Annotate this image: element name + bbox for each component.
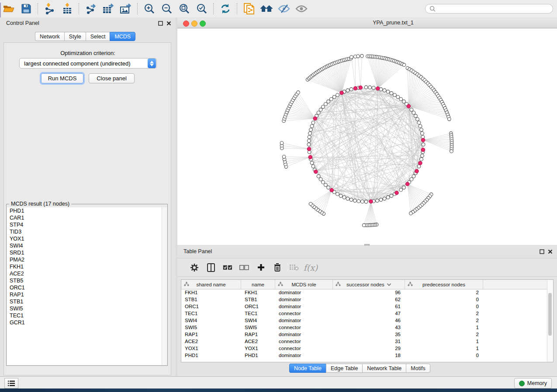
column-header-predecessor-nodes[interactable]: predecessor nodes [405,280,483,289]
column-header-filler [483,280,547,289]
home-network-icon[interactable] [259,2,274,15]
table-cell: TEC1 [181,310,241,317]
create-column-icon[interactable] [253,260,269,275]
column-header-name[interactable]: name [241,280,275,289]
import-table-icon[interactable] [60,2,75,15]
criterion-select[interactable]: largest connected component (undirected) [19,58,157,69]
zoom-in-icon[interactable] [142,2,157,15]
network-graph[interactable] [177,28,557,245]
run-mcds-button[interactable]: Run MCDS [41,73,83,83]
tab-edge-table[interactable]: Edge Table [326,364,362,373]
table-cell: ACE2 [181,338,241,345]
table-settings-gear-icon[interactable] [186,260,203,275]
tab-node-table[interactable]: Node Table [289,364,326,373]
zoom-selected-icon[interactable] [194,2,209,15]
table-row[interactable]: YOX1YOX1connector291 [181,345,547,352]
mcds-result-item[interactable]: CAR1 [7,214,167,221]
hide-eye-icon[interactable] [277,2,291,15]
mcds-result-item[interactable]: PMA2 [7,256,167,263]
table-cell: 46 [333,317,405,324]
table-cell: 29 [333,345,405,352]
deselect-all-icon[interactable] [236,260,253,275]
close-panel-icon[interactable] [548,249,553,254]
zoom-out-icon[interactable] [159,2,174,15]
mcds-result-item[interactable]: YOX1 [7,235,167,242]
search-icon [429,6,436,12]
mcds-result-item[interactable]: RAP1 [7,291,167,298]
mcds-result-item[interactable]: STB1 [7,298,167,305]
clone-document-icon[interactable] [242,2,256,15]
criterion-selected-value: largest connected component (undirected) [20,60,148,67]
tab-select[interactable]: Select [86,32,110,41]
scrollbar-thumb[interactable] [548,293,552,336]
table-cell: STB1 [181,296,241,303]
table-header-row: shared namenameMCDS rolesuccessor nodesp… [181,280,547,289]
table-cell: dominator [275,331,333,338]
control-panel-title: Control Panel [6,20,39,26]
table-cell: PHD1 [181,352,241,359]
tab-style[interactable]: Style [64,32,86,41]
mcds-result-item[interactable]: FKH1 [7,263,167,270]
table-row[interactable]: SWI5SWI5connector431 [181,324,547,331]
mcds-result-item[interactable]: STB5 [7,277,167,284]
search-input[interactable] [438,5,553,12]
mcds-result-item[interactable]: TID3 [7,228,167,235]
table-row[interactable]: PHD1PHD1dominator180 [181,352,547,359]
table-scrollbar[interactable] [547,280,553,362]
table-row[interactable]: TEC1TEC1connector472 [181,310,547,317]
menu-button[interactable] [4,378,18,389]
mcds-result-item[interactable]: SRD1 [7,249,167,256]
mcds-result-item[interactable]: ORC1 [7,284,167,291]
table-cell: 2 [405,289,483,296]
tab-motifs[interactable]: Motifs [406,364,430,373]
mcds-result-list[interactable]: PHD1CAR1STP4TID3YOX1SWI4SRD1PMA2FKH1ACE2… [7,207,167,365]
table-row[interactable]: RAP1RAP1dominator352 [181,331,547,338]
node-table[interactable]: shared namenameMCDS rolesuccessor nodesp… [181,279,554,362]
mcds-result-item[interactable]: TEC1 [7,312,167,319]
show-eye-icon[interactable] [294,2,309,15]
float-panel-icon[interactable] [540,249,544,254]
mcds-result-item[interactable]: SWI4 [7,242,167,249]
refresh-icon[interactable] [218,2,233,15]
table-row[interactable]: ACE2ACE2connector311 [181,338,547,345]
list-scrollbar[interactable] [162,207,167,365]
toolbar-separator [79,3,80,14]
zoom-fit-icon[interactable] [177,2,192,15]
export-image-icon[interactable] [118,2,133,15]
close-panel-icon[interactable] [166,21,171,26]
table-row[interactable]: FKH1FKH1dominator962 [181,289,547,296]
list-menu-icon [8,381,15,386]
import-network-icon[interactable] [42,2,57,15]
table-cell: 43 [333,324,405,331]
tab-network[interactable]: Network [35,32,64,41]
select-all-icon[interactable] [219,260,236,275]
tab-mcds[interactable]: MCDS [110,32,135,41]
table-cell: SWI4 [241,317,275,324]
open-folder-icon[interactable] [1,2,16,15]
select-stepper-icon [148,58,156,68]
mcds-result-item[interactable]: ACE2 [7,270,167,277]
search-field[interactable] [425,4,553,14]
mcds-result-item[interactable]: GCR1 [7,319,167,326]
mcds-result-item[interactable]: STP4 [7,221,167,228]
float-panel-icon[interactable] [158,21,163,26]
table-row[interactable]: SWI4SWI4dominator462 [181,317,547,324]
column-header-shared-name[interactable]: shared name [181,280,241,289]
delete-column-icon[interactable] [269,260,286,275]
close-panel-button[interactable]: Close panel [89,73,135,83]
tab-network-table[interactable]: Network Table [362,364,406,373]
export-network-icon[interactable] [83,2,98,15]
table-row[interactable]: STB1STB1dominator620 [181,296,547,303]
memory-button[interactable]: Memory [514,378,552,389]
export-table-icon[interactable] [101,2,116,15]
save-icon[interactable] [19,2,34,15]
column-header-successor-nodes[interactable]: successor nodes [333,280,405,289]
mcds-result-item[interactable]: SWI5 [7,305,167,312]
network-canvas[interactable] [177,28,557,245]
network-window-titlebar[interactable]: YPA_prune.txt_1 [177,18,557,28]
column-header-MCDS-role[interactable]: MCDS role [275,280,333,289]
table-row[interactable]: ORC1ORC1dominator610 [181,303,547,310]
table-cell: 1 [405,345,483,352]
show-column-icon[interactable] [203,260,219,275]
mcds-result-item[interactable]: PHD1 [7,207,167,214]
